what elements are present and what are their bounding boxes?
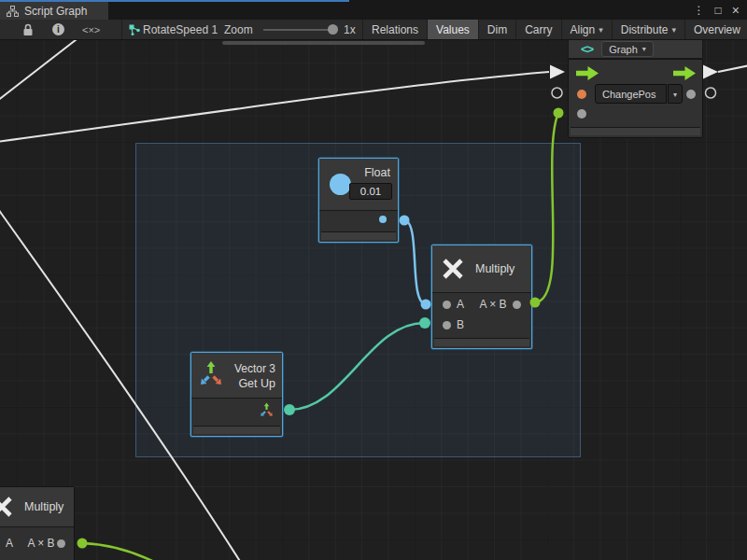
getup-output-port[interactable] <box>259 402 275 418</box>
graph-toolbar: i <×> RotateSpeed 1 Zoom 1x Relations Va… <box>0 20 747 40</box>
zoom-slider-track[interactable] <box>263 29 338 31</box>
wire-white-out-of-graph-node <box>718 65 747 72</box>
tab-script-graph[interactable]: Script Graph <box>0 2 108 20</box>
float-value-input[interactable] <box>349 183 392 200</box>
vector3-type-label: Vector 3 <box>234 363 275 375</box>
multiply-input-a-label: A <box>457 299 464 310</box>
window-menu-icon[interactable]: ⋮ <box>694 5 705 16</box>
multiply-input-a-port[interactable] <box>443 301 451 309</box>
changepos-dropdown-caret[interactable]: ▾ <box>668 84 683 104</box>
vector3-node-header: Vector 3 Get Up <box>191 353 282 399</box>
wire-multiply2-output <box>82 543 152 560</box>
node-multiply-partial[interactable]: Multiply A A × B <box>0 486 75 560</box>
lock-icon <box>22 23 34 36</box>
script-graph-asset-icon <box>129 20 140 39</box>
lock-button[interactable] <box>22 20 34 39</box>
graph-node-footer <box>571 127 700 135</box>
script-brackets-icon: <> <box>581 42 593 56</box>
graph-source-dropdown[interactable]: Graph ▾ <box>601 41 654 57</box>
unconnected-port-ring[interactable] <box>552 88 562 98</box>
window-maximize-icon[interactable]: □ <box>715 5 722 16</box>
flow-input-arrow-icon[interactable] <box>576 66 599 80</box>
window-top-bar: Script Graph ⋮ □ × i <×> <box>0 0 747 39</box>
multiply-output-port[interactable] <box>513 301 521 309</box>
graph-value-port-1[interactable] <box>686 90 696 99</box>
multiply-input-b-port[interactable] <box>443 321 451 329</box>
graph-target-port[interactable] <box>577 90 586 99</box>
graph-canvas[interactable]: Float Multiply A A × B B <box>0 39 747 560</box>
wire-white-into-graph-node <box>0 72 549 142</box>
graph-node-header: <> Graph ▾ <box>568 39 703 59</box>
multiply-icon <box>0 495 14 519</box>
tab-bar: Script Graph ⋮ □ × <box>0 0 747 20</box>
node-graph-event[interactable]: ChangePos ▾ <box>568 59 703 138</box>
wire-endpoint-green <box>78 539 88 549</box>
horizontal-scrollbar-thumb[interactable] <box>222 41 425 45</box>
zoom-slider-handle[interactable] <box>328 24 338 35</box>
multiply-node-footer <box>434 338 529 346</box>
graph-source-label: Graph <box>609 44 638 55</box>
multiply2-input-a-label: A <box>6 538 13 549</box>
toolbar-separator <box>121 20 122 39</box>
info-icon: i <box>52 23 64 35</box>
changepos-dropdown[interactable]: ChangePos <box>595 84 667 104</box>
wire-white-top-left <box>0 39 80 101</box>
zoom-value: 1x <box>344 20 356 39</box>
multiply2-node-title: Multiply <box>24 501 63 513</box>
align-dropdown-button[interactable]: Align▾ <box>561 20 612 39</box>
chevron-down-icon: ▾ <box>642 45 646 53</box>
overview-button[interactable]: Overview <box>684 20 747 39</box>
graph-value-port-2[interactable] <box>577 109 586 119</box>
wire-endpoint-green <box>554 108 564 119</box>
multiply-node-title: Multiply <box>475 263 514 275</box>
multiply-node-header: Multiply <box>432 245 531 293</box>
flow-output-arrow-icon[interactable] <box>673 66 696 80</box>
chevron-down-icon: ▾ <box>671 25 676 35</box>
values-button[interactable]: Values <box>427 20 478 39</box>
graph-tree-icon <box>7 6 19 17</box>
tab-title: Script Graph <box>24 5 87 18</box>
info-button[interactable]: i <box>52 20 64 39</box>
flow-arrowhead-left <box>550 65 565 79</box>
float-node-header: Float <box>319 159 398 211</box>
breadcrumb[interactable]: RotateSpeed 1 <box>143 20 218 39</box>
carry-button[interactable]: Carry <box>515 20 560 39</box>
window-controls: ⋮ □ × <box>694 0 740 20</box>
vector3-node-footer <box>193 426 280 434</box>
distribute-dropdown-button[interactable]: Distribute▾ <box>612 20 684 39</box>
script-graph-window: { "colors": { "accent_blue": "#3c79bb", … <box>0 0 747 560</box>
multiply-input-b-label: B <box>457 319 464 330</box>
multiply2-output-label: A × B <box>21 538 61 549</box>
float-node-footer <box>321 231 396 240</box>
multiply-output-label: A × B <box>473 299 513 310</box>
multiply-icon <box>441 257 465 281</box>
graph-world: Float Multiply A A × B B <box>0 39 747 560</box>
unconnected-port-ring[interactable] <box>706 88 716 98</box>
relations-button[interactable]: Relations <box>362 20 427 39</box>
dim-button[interactable]: Dim <box>478 20 515 39</box>
zoom-label: Zoom <box>224 20 253 39</box>
toolbar-buttons: Relations Values Dim Carry Align▾ Distri… <box>362 20 747 39</box>
getup-name-label: Get Up <box>238 378 275 390</box>
float-output-port[interactable] <box>379 216 387 223</box>
chevron-down-icon: ▾ <box>599 25 603 35</box>
inspect-code-button[interactable]: <×> <box>82 20 100 39</box>
node-vector3-getup[interactable]: Vector 3 Get Up <box>190 352 283 437</box>
flow-arrowhead-right <box>703 65 718 79</box>
node-multiply[interactable]: Multiply A A × B B <box>431 245 532 349</box>
vector3-icon <box>197 360 225 388</box>
window-close-icon[interactable]: × <box>732 4 740 17</box>
float-type-icon <box>330 174 351 195</box>
multiply2-output-port[interactable] <box>57 539 65 548</box>
float-node-title: Float <box>364 167 390 179</box>
node-float[interactable]: Float <box>318 158 399 243</box>
multiply2-node-header: Multiply <box>0 487 74 527</box>
